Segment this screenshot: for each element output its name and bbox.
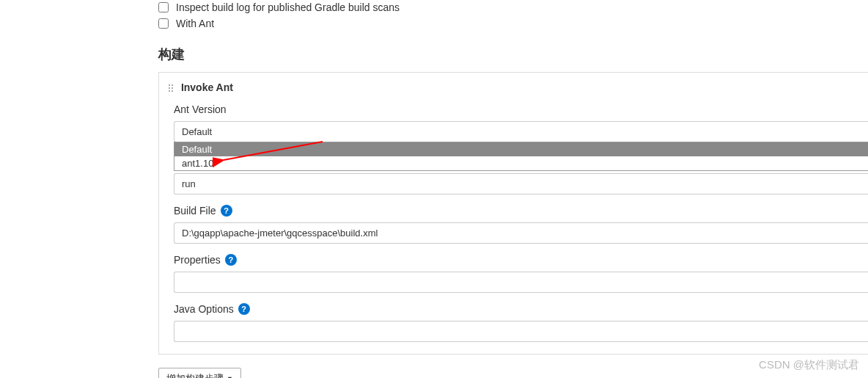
build-file-label: Build File bbox=[174, 205, 216, 217]
chevron-down-icon: ▼ bbox=[227, 375, 233, 378]
add-build-step-button[interactable]: 增加构建步骤 ▼ bbox=[158, 368, 241, 378]
targets-input[interactable] bbox=[174, 173, 868, 195]
drag-handle-icon[interactable] bbox=[168, 84, 174, 92]
build-section-heading: 构建 bbox=[158, 46, 868, 63]
ant-version-dropdown: Default ant1.10 bbox=[174, 142, 868, 171]
with-ant-label: With Ant bbox=[176, 18, 214, 29]
ant-version-option-ant110[interactable]: ant1.10 bbox=[174, 156, 868, 170]
inspect-build-log-label: Inspect build log for published Gradle b… bbox=[176, 1, 400, 13]
ant-version-option-default[interactable]: Default bbox=[174, 142, 868, 156]
properties-input[interactable] bbox=[174, 272, 868, 293]
watermark-text: CSDN @软件测试君 bbox=[759, 358, 859, 372]
java-options-input[interactable] bbox=[174, 321, 868, 342]
help-icon[interactable]: ? bbox=[238, 303, 250, 315]
java-options-label: Java Options bbox=[174, 303, 234, 315]
add-build-step-label: 增加构建步骤 bbox=[166, 372, 224, 378]
properties-label: Properties bbox=[174, 254, 221, 266]
invoke-ant-title: Invoke Ant bbox=[181, 81, 233, 93]
inspect-build-log-checkbox[interactable] bbox=[158, 2, 169, 12]
ant-version-label: Ant Version bbox=[174, 103, 227, 115]
with-ant-checkbox[interactable] bbox=[158, 18, 169, 29]
invoke-ant-panel: Invoke Ant Ant Version Default Default a… bbox=[158, 72, 868, 355]
help-icon[interactable]: ? bbox=[221, 205, 232, 217]
build-file-input[interactable] bbox=[174, 222, 868, 244]
ant-version-select[interactable]: Default bbox=[174, 121, 868, 142]
ant-version-value: Default bbox=[182, 126, 212, 137]
help-icon[interactable]: ? bbox=[225, 254, 237, 266]
